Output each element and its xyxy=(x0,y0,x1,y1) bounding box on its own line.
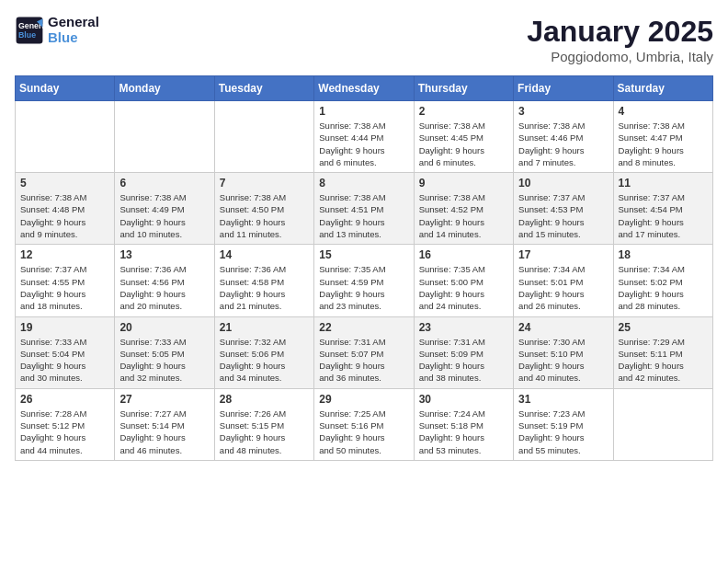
calendar-cell: 13Sunrise: 7:36 AM Sunset: 4:56 PM Dayli… xyxy=(115,245,214,316)
calendar-cell: 12Sunrise: 7:37 AM Sunset: 4:55 PM Dayli… xyxy=(16,245,115,316)
week-row-2: 5Sunrise: 7:38 AM Sunset: 4:48 PM Daylig… xyxy=(16,173,713,245)
day-info: Sunrise: 7:35 AM Sunset: 4:59 PM Dayligh… xyxy=(319,263,408,312)
day-number: 2 xyxy=(419,105,508,118)
weekday-header-friday: Friday xyxy=(514,76,613,101)
day-number: 14 xyxy=(220,248,309,261)
day-number: 10 xyxy=(518,177,608,190)
day-info: Sunrise: 7:38 AM Sunset: 4:45 PM Dayligh… xyxy=(419,120,508,168)
calendar-cell: 25Sunrise: 7:29 AM Sunset: 5:11 PM Dayli… xyxy=(613,316,712,388)
calendar-cell: 23Sunrise: 7:31 AM Sunset: 5:09 PM Dayli… xyxy=(414,316,513,388)
day-info: Sunrise: 7:32 AM Sunset: 5:06 PM Dayligh… xyxy=(220,336,309,385)
calendar-cell: 4Sunrise: 7:38 AM Sunset: 4:47 PM Daylig… xyxy=(613,101,712,173)
day-info: Sunrise: 7:38 AM Sunset: 4:48 PM Dayligh… xyxy=(20,191,109,240)
day-info: Sunrise: 7:37 AM Sunset: 4:54 PM Dayligh… xyxy=(619,191,708,240)
calendar-cell: 9Sunrise: 7:38 AM Sunset: 4:52 PM Daylig… xyxy=(414,173,513,245)
day-info: Sunrise: 7:38 AM Sunset: 4:47 PM Dayligh… xyxy=(619,120,708,168)
day-number: 30 xyxy=(419,393,508,406)
day-info: Sunrise: 7:38 AM Sunset: 4:44 PM Dayligh… xyxy=(319,120,408,168)
day-number: 31 xyxy=(518,393,608,406)
day-number: 26 xyxy=(20,393,109,406)
calendar-cell: 31Sunrise: 7:23 AM Sunset: 5:19 PM Dayli… xyxy=(514,388,613,460)
day-number: 9 xyxy=(419,177,508,190)
calendar-cell: 26Sunrise: 7:28 AM Sunset: 5:12 PM Dayli… xyxy=(16,388,115,460)
day-info: Sunrise: 7:23 AM Sunset: 5:19 PM Dayligh… xyxy=(518,408,608,456)
day-info: Sunrise: 7:28 AM Sunset: 5:12 PM Dayligh… xyxy=(20,408,109,456)
day-info: Sunrise: 7:38 AM Sunset: 4:46 PM Dayligh… xyxy=(518,120,608,168)
weekday-header-monday: Monday xyxy=(115,76,214,101)
weekday-header-tuesday: Tuesday xyxy=(214,76,313,101)
calendar-cell: 11Sunrise: 7:37 AM Sunset: 4:54 PM Dayli… xyxy=(613,173,712,245)
month-title: January 2025 xyxy=(527,15,713,49)
logo: General Blue General Blue xyxy=(15,15,99,45)
calendar-cell: 24Sunrise: 7:30 AM Sunset: 5:10 PM Dayli… xyxy=(514,316,613,388)
day-number: 7 xyxy=(220,177,309,190)
calendar-cell: 17Sunrise: 7:34 AM Sunset: 5:01 PM Dayli… xyxy=(514,245,613,316)
day-number: 28 xyxy=(220,393,309,406)
day-info: Sunrise: 7:38 AM Sunset: 4:52 PM Dayligh… xyxy=(419,191,508,240)
calendar-cell: 7Sunrise: 7:38 AM Sunset: 4:50 PM Daylig… xyxy=(214,173,313,245)
calendar-table: SundayMondayTuesdayWednesdayThursdayFrid… xyxy=(15,75,713,461)
day-info: Sunrise: 7:31 AM Sunset: 5:07 PM Dayligh… xyxy=(319,336,408,385)
day-info: Sunrise: 7:37 AM Sunset: 4:53 PM Dayligh… xyxy=(518,191,608,240)
day-number: 1 xyxy=(319,105,408,118)
calendar-cell xyxy=(613,388,712,460)
day-info: Sunrise: 7:36 AM Sunset: 4:56 PM Dayligh… xyxy=(119,263,209,312)
calendar-cell: 28Sunrise: 7:26 AM Sunset: 5:15 PM Dayli… xyxy=(214,388,313,460)
calendar-cell: 6Sunrise: 7:38 AM Sunset: 4:49 PM Daylig… xyxy=(115,173,214,245)
calendar-cell: 15Sunrise: 7:35 AM Sunset: 4:59 PM Dayli… xyxy=(314,245,414,316)
day-info: Sunrise: 7:25 AM Sunset: 5:16 PM Dayligh… xyxy=(319,408,408,456)
calendar-cell xyxy=(16,101,115,173)
weekday-header-saturday: Saturday xyxy=(613,76,712,101)
day-number: 15 xyxy=(319,248,408,261)
day-info: Sunrise: 7:29 AM Sunset: 5:11 PM Dayligh… xyxy=(619,336,708,385)
calendar-cell xyxy=(115,101,214,173)
day-number: 23 xyxy=(419,321,508,334)
calendar-cell: 22Sunrise: 7:31 AM Sunset: 5:07 PM Dayli… xyxy=(314,316,414,388)
calendar-cell: 3Sunrise: 7:38 AM Sunset: 4:46 PM Daylig… xyxy=(514,101,613,173)
day-info: Sunrise: 7:37 AM Sunset: 4:55 PM Dayligh… xyxy=(20,263,109,312)
week-row-3: 12Sunrise: 7:37 AM Sunset: 4:55 PM Dayli… xyxy=(16,245,713,316)
day-info: Sunrise: 7:35 AM Sunset: 5:00 PM Dayligh… xyxy=(419,263,508,312)
calendar-cell: 27Sunrise: 7:27 AM Sunset: 5:14 PM Dayli… xyxy=(115,388,214,460)
page-header: General Blue General Blue January 2025 P… xyxy=(15,15,713,64)
weekday-header-sunday: Sunday xyxy=(16,76,115,101)
calendar-cell: 2Sunrise: 7:38 AM Sunset: 4:45 PM Daylig… xyxy=(414,101,513,173)
day-number: 21 xyxy=(220,321,309,334)
day-info: Sunrise: 7:38 AM Sunset: 4:50 PM Dayligh… xyxy=(220,191,309,240)
calendar-cell: 29Sunrise: 7:25 AM Sunset: 5:16 PM Dayli… xyxy=(314,388,414,460)
week-row-4: 19Sunrise: 7:33 AM Sunset: 5:04 PM Dayli… xyxy=(16,316,713,388)
day-info: Sunrise: 7:33 AM Sunset: 5:04 PM Dayligh… xyxy=(20,336,109,385)
calendar-cell: 10Sunrise: 7:37 AM Sunset: 4:53 PM Dayli… xyxy=(514,173,613,245)
day-info: Sunrise: 7:38 AM Sunset: 4:51 PM Dayligh… xyxy=(319,191,408,240)
calendar-cell: 8Sunrise: 7:38 AM Sunset: 4:51 PM Daylig… xyxy=(314,173,414,245)
weekday-header-wednesday: Wednesday xyxy=(314,76,414,101)
calendar-cell: 18Sunrise: 7:34 AM Sunset: 5:02 PM Dayli… xyxy=(613,245,712,316)
day-number: 29 xyxy=(319,393,408,406)
day-number: 6 xyxy=(119,177,209,190)
day-number: 27 xyxy=(119,393,209,406)
day-number: 19 xyxy=(20,321,109,334)
day-info: Sunrise: 7:30 AM Sunset: 5:10 PM Dayligh… xyxy=(518,336,608,385)
day-number: 12 xyxy=(20,248,109,261)
week-row-1: 1Sunrise: 7:38 AM Sunset: 4:44 PM Daylig… xyxy=(16,101,713,173)
weekday-header-row: SundayMondayTuesdayWednesdayThursdayFrid… xyxy=(16,76,713,101)
logo-line2: Blue xyxy=(48,30,99,46)
logo-icon: General Blue xyxy=(15,16,44,45)
day-info: Sunrise: 7:31 AM Sunset: 5:09 PM Dayligh… xyxy=(419,336,508,385)
day-number: 18 xyxy=(619,248,708,261)
title-block: January 2025 Poggiodomo, Umbria, Italy xyxy=(527,15,713,64)
day-number: 11 xyxy=(619,177,708,190)
day-number: 22 xyxy=(319,321,408,334)
day-number: 8 xyxy=(319,177,408,190)
day-number: 3 xyxy=(518,105,608,118)
calendar-cell: 5Sunrise: 7:38 AM Sunset: 4:48 PM Daylig… xyxy=(16,173,115,245)
logo-line1: General xyxy=(48,15,99,30)
day-info: Sunrise: 7:38 AM Sunset: 4:49 PM Dayligh… xyxy=(119,191,209,240)
day-number: 17 xyxy=(518,248,608,261)
calendar-cell: 30Sunrise: 7:24 AM Sunset: 5:18 PM Dayli… xyxy=(414,388,513,460)
location: Poggiodomo, Umbria, Italy xyxy=(527,49,713,64)
day-number: 20 xyxy=(119,321,209,334)
day-info: Sunrise: 7:27 AM Sunset: 5:14 PM Dayligh… xyxy=(119,408,209,456)
svg-text:Blue: Blue xyxy=(18,30,36,40)
calendar-cell xyxy=(214,101,313,173)
